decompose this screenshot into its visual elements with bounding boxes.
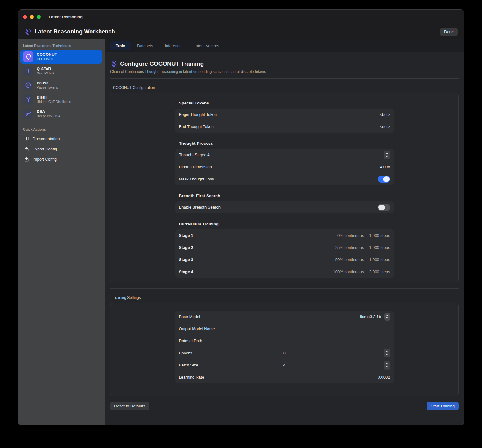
- book-icon: [24, 136, 29, 142]
- thought-steps-stepper[interactable]: [384, 151, 390, 159]
- breadth-first-group: Enable Breadth Search: [175, 201, 394, 213]
- technique-subtitle: DeepSeek DSA: [37, 114, 60, 118]
- tab-train[interactable]: Train: [110, 41, 131, 50]
- technique-title: Distill: [37, 95, 71, 100]
- app-header: Latent Reasoning Workbench Done: [18, 24, 464, 39]
- section-breadth-first: Breadth-First Search: [175, 193, 394, 198]
- stage-row: Stage 2 25% continuous 1.000 steps: [175, 242, 394, 254]
- zoom-window-button[interactable]: [37, 15, 41, 19]
- field-label: Output Model Name: [179, 326, 215, 331]
- technique-title: COCONUT: [37, 52, 57, 57]
- divider: [110, 78, 459, 79]
- learning-rate-field[interactable]: 0,0002: [378, 375, 390, 379]
- technique-title: DSA: [37, 109, 60, 114]
- tab-inference[interactable]: Inference: [159, 41, 187, 50]
- field-label: Dataset Path: [179, 339, 202, 343]
- done-button[interactable]: Done: [440, 28, 458, 36]
- stage-label: Stage 3: [179, 257, 193, 262]
- batch-size-stepper[interactable]: [384, 361, 390, 370]
- sidebar-item-pause[interactable]: Pause Pause Tokens: [20, 78, 102, 92]
- stage-steps: 1.000 steps: [369, 233, 390, 238]
- content-subtitle: Chain of Continuous Thought - reasoning …: [110, 69, 459, 74]
- learning-rate-row: Learning Rate 0,0002: [175, 371, 394, 383]
- minimize-window-button[interactable]: [30, 15, 34, 19]
- stage-steps: 1.000 steps: [369, 257, 390, 262]
- technique-subtitle: Quiet-STaR: [37, 71, 54, 76]
- content-title: Configure COCONUT Training: [120, 60, 204, 67]
- technique-title: Q-STaR: [37, 66, 54, 71]
- hidden-dimension-row: Hidden Dimension 4.096: [175, 161, 394, 173]
- technique-subtitle: COCONUT: [37, 57, 57, 61]
- section-thought-process: Thought Process: [175, 141, 394, 146]
- brain-icon: [23, 51, 33, 62]
- training-settings-label: Training Settings: [113, 295, 459, 300]
- brain-head-icon: [110, 60, 117, 67]
- close-window-button[interactable]: [23, 15, 27, 19]
- tab-latent-vectors[interactable]: Latent Vectors: [188, 41, 225, 50]
- sparkles-icon: [23, 66, 33, 76]
- pause-circle-icon: [23, 80, 33, 91]
- epochs-field[interactable]: 3: [283, 351, 285, 355]
- start-training-button[interactable]: Start Training: [427, 402, 459, 410]
- output-model-name-row: Output Model Name: [175, 323, 394, 335]
- export-icon: [24, 146, 29, 152]
- stage-continuous: 0% continuous: [337, 233, 364, 238]
- field-label: Base Model: [179, 314, 200, 319]
- footer-actions: Reset to Defaults Start Training: [110, 402, 459, 410]
- base-model-value: llama3.2:1b: [360, 314, 381, 319]
- field-label: Learning Rate: [179, 375, 204, 379]
- mask-thought-loss-toggle[interactable]: [378, 176, 390, 183]
- hidden-dimension-value: 4.096: [380, 165, 390, 169]
- batch-size-row: Batch Size 4: [175, 359, 394, 371]
- stage-steps: 2.000 steps: [369, 269, 390, 274]
- sidebar-item-coconut[interactable]: COCONUT COCONUT: [20, 50, 102, 64]
- begin-thought-token-row: Begin Thought Token <bot>: [175, 109, 394, 121]
- titlebar: Latent Reasoning: [18, 10, 464, 24]
- stage-label: Stage 1: [179, 233, 193, 238]
- thought-process-group: Thought Steps: 4 Hidden Dimension 4.096 …: [175, 149, 394, 185]
- enable-breadth-search-toggle[interactable]: [378, 204, 390, 211]
- sidebar-item-qstar[interactable]: Q-STaR Quiet-STaR: [20, 64, 102, 78]
- stage-continuous: 100% continuous: [333, 269, 364, 274]
- sidebar-section-quick-actions: Quick Actions: [20, 127, 102, 134]
- main-panel: Train Datasets Inference Latent Vectors …: [105, 39, 464, 425]
- sidebar-item-distill[interactable]: Distill Hidden CoT Distillation: [20, 93, 102, 106]
- divider: [110, 288, 459, 289]
- brain-head-icon: [24, 28, 32, 35]
- tab-datasets[interactable]: Datasets: [132, 41, 158, 50]
- branch-icon: [23, 94, 33, 105]
- import-icon: [24, 156, 29, 162]
- technique-title: Pause: [37, 81, 58, 86]
- enable-breadth-search-row: Enable Breadth Search: [175, 201, 394, 213]
- base-model-popup[interactable]: [384, 313, 390, 321]
- stage-row: Stage 1 0% continuous 1.000 steps: [175, 229, 394, 242]
- thought-steps-row: Thought Steps: 4: [175, 149, 394, 161]
- tab-bar: Train Datasets Inference Latent Vectors: [105, 39, 464, 52]
- sidebar-section-techniques: Latent Reasoning Techniques: [20, 43, 102, 50]
- stage-label: Stage 2: [179, 245, 193, 250]
- reset-to-defaults-button[interactable]: Reset to Defaults: [110, 402, 149, 410]
- page-title: Latent Reasoning Workbench: [35, 29, 115, 35]
- coconut-config-box: Special Tokens Begin Thought Token <bot>…: [110, 93, 459, 282]
- field-label: Mask Thought Loss: [179, 177, 214, 181]
- sidebar: Latent Reasoning Techniques COCONUT COCO…: [18, 39, 105, 425]
- sidebar-item-documentation[interactable]: Documentation: [20, 134, 102, 144]
- end-thought-token-row: End Thought Token <eot>: [175, 121, 394, 133]
- content-scroll-area[interactable]: Configure COCONUT Training Chain of Cont…: [105, 52, 464, 425]
- epochs-stepper[interactable]: [384, 349, 390, 357]
- quick-action-label: Export Config: [33, 147, 57, 151]
- sidebar-item-dsa[interactable]: DSA DeepSeek DSA: [20, 107, 102, 121]
- field-label: Enable Breadth Search: [179, 205, 221, 210]
- sidebar-item-export-config[interactable]: Export Config: [20, 144, 102, 154]
- stage-continuous: 50% continuous: [335, 257, 364, 262]
- sidebar-item-import-config[interactable]: Import Config: [20, 154, 102, 164]
- begin-thought-token-field[interactable]: <bot>: [380, 112, 390, 117]
- end-thought-token-field[interactable]: <eot>: [380, 124, 390, 129]
- window-title: Latent Reasoning: [49, 15, 83, 19]
- stage-continuous: 25% continuous: [335, 245, 364, 250]
- quick-action-label: Import Config: [33, 157, 57, 162]
- technique-subtitle: Hidden CoT Distillation: [37, 100, 71, 104]
- batch-size-field[interactable]: 4: [283, 363, 285, 367]
- field-label: Hidden Dimension: [179, 165, 212, 169]
- field-label: Epochs: [179, 351, 192, 355]
